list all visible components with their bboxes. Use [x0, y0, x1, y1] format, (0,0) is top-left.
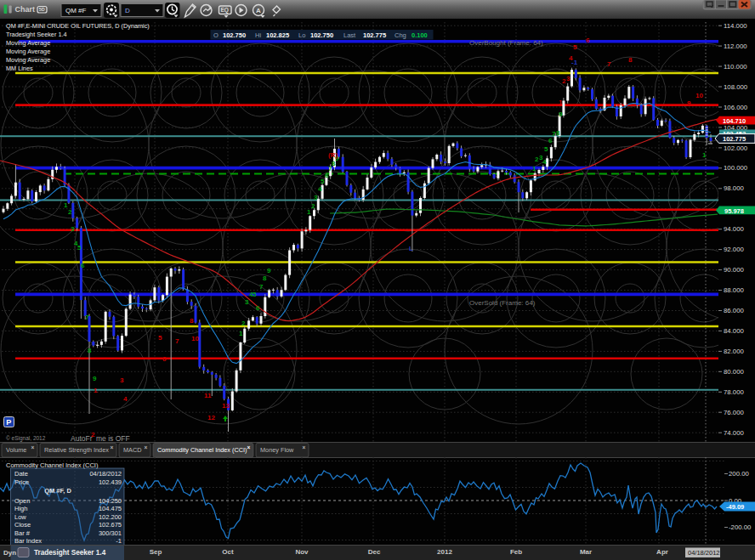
svg-text:8: 8 — [628, 56, 633, 64]
svg-text:Dec: Dec — [368, 548, 381, 556]
svg-text:8: 8 — [190, 317, 194, 325]
svg-text:MACD: MACD — [123, 446, 142, 454]
svg-text:104.710: 104.710 — [723, 117, 746, 125]
svg-text:1: 1 — [94, 387, 98, 394]
svg-text:×: × — [31, 444, 35, 450]
svg-text:A: A — [256, 7, 261, 14]
svg-text:110.000: 110.000 — [724, 63, 747, 71]
svg-text:100.000: 100.000 — [724, 164, 748, 172]
svg-text:Dyn: Dyn — [3, 549, 16, 557]
svg-text:2: 2 — [91, 431, 95, 438]
svg-text:Bar Index: Bar Index — [14, 537, 42, 545]
svg-text:EQ: EQ — [221, 7, 229, 14]
svg-text:4: 4 — [318, 185, 322, 193]
svg-text:11: 11 — [204, 392, 212, 399]
svg-text:5: 5 — [158, 334, 162, 342]
svg-text:3: 3 — [120, 376, 124, 384]
svg-text:9: 9 — [687, 99, 691, 107]
svg-text:04/18/2012: 04/18/2012 — [89, 470, 122, 478]
svg-text:Money Flow: Money Flow — [260, 446, 294, 454]
svg-text:OverBought (Frame: 64): OverBought (Frame: 64) — [469, 39, 543, 47]
svg-text:102.825: 102.825 — [266, 31, 289, 39]
svg-text:L: L — [409, 245, 413, 252]
svg-text:6: 6 — [548, 137, 553, 144]
svg-text:(R): (R) — [328, 151, 338, 159]
svg-text:102.750: 102.750 — [223, 31, 246, 39]
svg-text:Oct: Oct — [222, 548, 234, 556]
svg-text:8: 8 — [556, 129, 560, 137]
svg-text:3: 3 — [566, 75, 571, 82]
svg-text:114.000: 114.000 — [724, 22, 747, 30]
svg-text:Open: Open — [14, 497, 30, 505]
svg-text:P: P — [6, 418, 11, 427]
svg-text:Tradesight Seeker 1.4: Tradesight Seeker 1.4 — [34, 549, 106, 557]
svg-text:QM #F,E-MINI CRUDE OIL FUTURES: QM #F,E-MINI CRUDE OIL FUTURES, D (Dynam… — [6, 22, 150, 30]
svg-text:86.000: 86.000 — [724, 307, 745, 314]
svg-text:102.439: 102.439 — [99, 478, 122, 486]
svg-text:me is OFF: me is OFF — [96, 434, 130, 443]
svg-text:102.775: 102.775 — [363, 31, 386, 39]
svg-text:Price: Price — [14, 478, 29, 486]
svg-text:7: 7 — [175, 337, 179, 345]
svg-text:Sep: Sep — [150, 548, 162, 556]
svg-text:Chart: Chart — [15, 5, 36, 14]
svg-text:Moving Average: Moving Average — [6, 48, 50, 55]
svg-text:© eSignal, 2012: © eSignal, 2012 — [6, 435, 46, 442]
svg-text:O: O — [213, 31, 219, 39]
svg-text:98.000: 98.000 — [724, 184, 745, 192]
svg-text:Low: Low — [14, 513, 26, 521]
svg-text:Tradesight Seeker 1.4: Tradesight Seeker 1.4 — [6, 31, 67, 38]
svg-text:4: 4 — [542, 158, 547, 166]
svg-text:-1: -1 — [116, 537, 122, 545]
svg-text:102.750: 102.750 — [310, 31, 333, 39]
svg-text:5: 5 — [544, 145, 548, 153]
svg-text:9: 9 — [267, 267, 271, 274]
svg-text:88.000: 88.000 — [724, 286, 745, 294]
svg-text:-1: -1 — [571, 59, 578, 66]
svg-text:82.000: 82.000 — [724, 348, 745, 355]
svg-text:Hi: Hi — [255, 31, 261, 39]
svg-text:×: × — [247, 444, 251, 450]
svg-text:95.978: 95.978 — [724, 207, 744, 215]
svg-text:5: 5 — [253, 291, 257, 298]
svg-text:Chg: Chg — [395, 31, 406, 39]
svg-text:Close: Close — [14, 521, 31, 529]
svg-text:-49.09: -49.09 — [726, 503, 744, 511]
svg-text:6: 6 — [162, 355, 167, 363]
svg-text:104.250: 104.250 — [99, 497, 122, 505]
svg-text:6: 6 — [325, 172, 329, 179]
svg-text:106.000: 106.000 — [724, 104, 748, 111]
svg-text:92.000: 92.000 — [724, 246, 745, 253]
svg-text:84.000: 84.000 — [724, 327, 745, 335]
svg-text:Last: Last — [343, 31, 356, 39]
svg-text:6: 6 — [81, 262, 85, 269]
svg-text:Volume: Volume — [6, 446, 26, 454]
svg-text:102.000: 102.000 — [724, 144, 748, 152]
svg-text:1: 1 — [559, 99, 563, 106]
svg-text:10: 10 — [191, 335, 199, 342]
svg-text:1: 1 — [532, 165, 536, 173]
svg-text:Lo: Lo — [298, 31, 305, 39]
svg-text:MM Lines: MM Lines — [6, 65, 33, 72]
svg-text:×: × — [111, 444, 114, 450]
svg-text:Apr: Apr — [656, 548, 668, 556]
svg-text:5: 5 — [77, 244, 82, 252]
svg-text:04/18/2012: 04/18/2012 — [688, 549, 720, 557]
svg-text:12: 12 — [207, 414, 215, 421]
svg-text:200.00: 200.00 — [729, 470, 750, 478]
svg-text:9: 9 — [93, 375, 97, 382]
svg-text:Moving Average: Moving Average — [6, 39, 50, 47]
svg-text:78.000: 78.000 — [724, 388, 745, 396]
svg-text:300/301: 300/301 — [99, 529, 122, 537]
svg-text:AutoFr: AutoFr — [71, 434, 93, 443]
svg-text:Feb: Feb — [510, 548, 522, 556]
svg-text:-200.00: -200.00 — [729, 523, 752, 531]
svg-text:×: × — [145, 444, 148, 450]
svg-text:102.675: 102.675 — [99, 521, 122, 529]
svg-text:8: 8 — [88, 347, 92, 354]
svg-text:2: 2 — [68, 208, 72, 216]
svg-text:0.100: 0.100 — [412, 31, 428, 39]
svg-text:3: 3 — [314, 194, 318, 201]
svg-text:3: 3 — [71, 225, 75, 233]
svg-text:Relative Strength Index: Relative Strength Index — [44, 446, 109, 454]
